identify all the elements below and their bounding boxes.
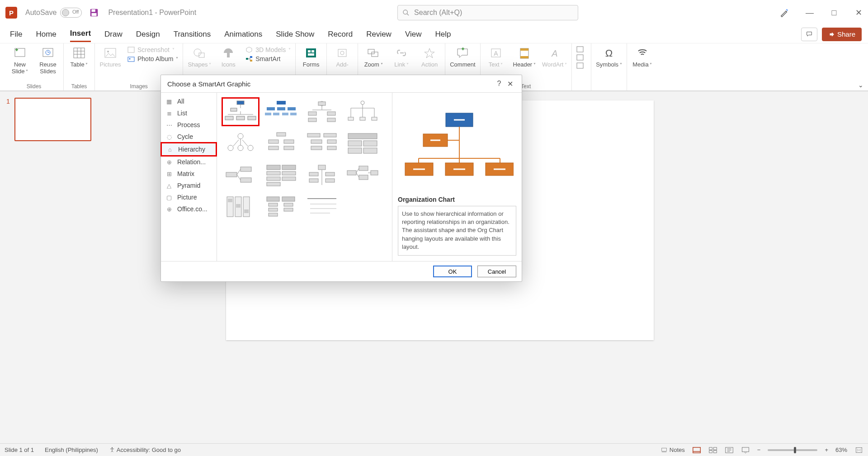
ribbon-button-photo-album[interactable]: Photo Album ˅	[127, 55, 178, 62]
category-matrix[interactable]: ⊞Matrix	[161, 168, 217, 180]
ribbon-button-media[interactable]: Media ˅	[632, 46, 653, 68]
tab-review[interactable]: Review	[366, 27, 392, 42]
svg-rect-20	[227, 53, 230, 57]
svg-rect-127	[228, 199, 232, 202]
layout-option-0[interactable]	[222, 97, 259, 126]
svg-rect-171	[856, 447, 862, 452]
dialog-header[interactable]: Choose a SmartArt Graphic ? ✕	[161, 75, 522, 92]
tab-design[interactable]: Design	[136, 27, 160, 42]
dialog-help-button[interactable]: ?	[494, 80, 505, 88]
ribbon-button-icon[interactable]	[576, 62, 586, 69]
layout-option-10[interactable]	[303, 161, 341, 190]
svg-rect-41	[577, 63, 583, 68]
svg-rect-52	[267, 107, 275, 110]
layout-option-4[interactable]	[222, 129, 259, 158]
dialog-close-button[interactable]: ✕	[505, 80, 515, 88]
category-process[interactable]: ⋯Process	[161, 119, 217, 131]
category-pyramid[interactable]: △Pyramid	[161, 180, 217, 191]
maximize-button[interactable]: □	[830, 8, 838, 18]
ribbon-button-pictures: Pictures	[99, 46, 121, 68]
tab-record[interactable]: Record	[328, 27, 353, 42]
zoom-in-button[interactable]: +	[825, 446, 828, 453]
tab-view[interactable]: View	[405, 27, 422, 42]
tab-home[interactable]: Home	[36, 27, 56, 42]
ribbon-button-symbols[interactable]: ΩSymbols ˅	[596, 46, 622, 68]
tab-animations[interactable]: Animations	[224, 27, 262, 42]
category-relation[interactable]: ⊕Relation...	[161, 156, 217, 168]
category-list[interactable]: ≣List	[161, 107, 217, 119]
svg-rect-27	[308, 53, 314, 56]
ribbon-button-table[interactable]: Table ˅	[68, 46, 90, 68]
category-all[interactable]: ▦All	[161, 95, 217, 107]
ribbon-button-icon[interactable]	[576, 54, 586, 61]
svg-rect-163	[713, 447, 717, 450]
layout-option-9[interactable]	[262, 161, 300, 190]
layout-option-3[interactable]	[344, 97, 382, 126]
tab-transitions[interactable]: Transitions	[174, 27, 211, 42]
category-hierarchy[interactable]: ⌂Hierarchy	[161, 142, 217, 156]
ribbon-button-new-slide[interactable]: New Slide ˅	[9, 46, 31, 75]
share-button[interactable]: Share	[822, 28, 862, 41]
tab-file[interactable]: File	[10, 27, 22, 42]
minimize-button[interactable]: —	[806, 8, 814, 18]
layout-option-1[interactable]	[262, 97, 300, 126]
autosave-toggle[interactable]: Off	[60, 8, 82, 18]
close-button[interactable]: ✕	[854, 8, 863, 18]
fit-to-window-button[interactable]	[854, 446, 863, 454]
ribbon-button-icon[interactable]	[576, 46, 586, 52]
ribbon-button-comment[interactable]: Comment	[450, 46, 475, 68]
layout-option-12[interactable]	[222, 192, 259, 221]
layout-option-5[interactable]	[262, 129, 300, 158]
slide-thumbnail[interactable]	[14, 98, 91, 141]
svg-rect-74	[360, 117, 365, 120]
svg-rect-43	[237, 101, 244, 104]
svg-rect-49	[236, 116, 245, 120]
layout-option-8[interactable]	[222, 161, 259, 190]
search-box[interactable]: Search (Alt+Q)	[397, 5, 578, 20]
ribbon-collapse-icon[interactable]: ⌄	[858, 81, 863, 89]
zoom-out-button[interactable]: −	[757, 446, 761, 453]
slide-info[interactable]: Slide 1 of 1	[5, 446, 34, 453]
zoom-level[interactable]: 63%	[835, 446, 847, 453]
svg-rect-15	[128, 47, 134, 52]
category-cycle[interactable]: ◌Cycle	[161, 131, 217, 142]
tab-help[interactable]: Help	[435, 27, 451, 42]
language-status[interactable]: English (Philippines)	[45, 446, 98, 453]
accessibility-icon	[109, 446, 115, 453]
ribbon-button-smartart[interactable]: SmartArt	[245, 55, 291, 62]
reading-view-button[interactable]	[725, 446, 734, 454]
layout-option-2[interactable]	[303, 97, 341, 126]
category-picture[interactable]: ▢Picture	[161, 191, 217, 203]
category-officeco[interactable]: ⊕Office.co...	[161, 203, 217, 215]
save-icon[interactable]	[89, 8, 99, 18]
notes-button[interactable]: Notes	[660, 446, 685, 453]
tab-draw[interactable]: Draw	[104, 27, 123, 42]
sorter-view-button[interactable]	[708, 446, 717, 454]
accessibility-status[interactable]: Accessibility: Good to go	[109, 446, 181, 453]
ribbon-button-reuse-slides[interactable]: Reuse Slides	[37, 46, 59, 75]
layout-option-11[interactable]	[344, 161, 382, 190]
svg-point-78	[238, 145, 243, 151]
layout-option-14[interactable]	[303, 192, 341, 221]
normal-view-button[interactable]	[692, 446, 701, 454]
ribbon-button-forms[interactable]: Forms	[300, 46, 322, 68]
category-list: ▦All≣List⋯Process◌Cycle⌂Hierarchy⊕Relati…	[161, 93, 217, 261]
ribbon-button-zoom[interactable]: Zoom ˅	[363, 46, 384, 68]
pen-icon[interactable]	[779, 8, 789, 18]
tab-slide-show[interactable]: Slide Show	[276, 27, 314, 42]
ribbon-button-header[interactable]: Header ˅	[513, 46, 536, 68]
svg-rect-37	[520, 56, 528, 58]
tab-insert[interactable]: Insert	[70, 26, 91, 42]
layout-option-6[interactable]	[303, 129, 341, 158]
ribbon-button-3d-models: 3D Models ˅	[245, 46, 291, 53]
svg-point-3	[403, 10, 407, 14]
zoom-slider[interactable]	[768, 449, 817, 451]
layout-option-7[interactable]	[344, 129, 382, 158]
preview-description: Use to show hierarchical information or …	[398, 206, 516, 256]
layout-option-13[interactable]	[262, 192, 300, 221]
ok-button[interactable]: OK	[433, 266, 472, 277]
slideshow-view-button[interactable]	[741, 446, 750, 454]
svg-rect-25	[308, 50, 311, 52]
comments-button[interactable]	[801, 28, 817, 41]
cancel-button[interactable]: Cancel	[477, 266, 516, 277]
